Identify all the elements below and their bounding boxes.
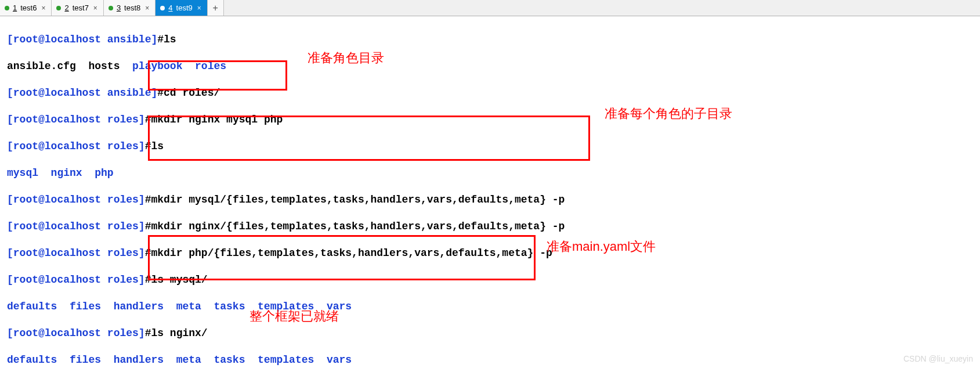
tab-4[interactable]: 4 test9 × (156, 0, 207, 16)
command: ls mysql/ (151, 274, 207, 286)
close-icon[interactable]: × (40, 4, 46, 12)
tab-3[interactable]: 3 test8 × (104, 0, 156, 16)
tab-label: test7 (73, 3, 89, 12)
status-dot-icon (109, 6, 113, 10)
close-icon[interactable]: × (92, 4, 99, 12)
command: mkdir php/{files,templates,tasks,handler… (151, 247, 552, 259)
output-dirs: mysql nginx php (7, 167, 114, 179)
status-dot-icon (160, 6, 165, 10)
tab-label: test6 (20, 3, 37, 12)
hash: # (157, 34, 164, 45)
plus-icon: + (213, 3, 218, 13)
new-tab-button[interactable]: + (208, 0, 224, 16)
close-icon[interactable]: × (196, 4, 202, 12)
command: mkdir nginx/{files,templates,tasks,handl… (151, 221, 565, 232)
hash: # (145, 114, 151, 125)
prompt: [root@localhost ansible] (7, 87, 157, 99)
command: ls nginx/ (151, 327, 207, 339)
hash: # (145, 221, 151, 232)
prompt: [root@localhost roles] (7, 114, 145, 125)
hash: # (145, 194, 151, 205)
hash: # (145, 327, 151, 339)
close-icon[interactable]: × (144, 4, 150, 12)
command: mkdir nginx mysql php (151, 114, 283, 125)
watermark: CSDN @liu_xueyin (903, 354, 973, 363)
annotation-1: 准备角色目录 (308, 51, 384, 64)
tab-1[interactable]: 1 test6 × (0, 0, 52, 16)
hash: # (145, 274, 151, 286)
annotation-3: 准备main.yaml文件 (547, 240, 656, 253)
status-dot-icon (56, 6, 61, 10)
command: mkdir mysql/{files,templates,tasks,handl… (151, 194, 565, 205)
tab-2[interactable]: 2 test7 × (52, 0, 103, 16)
status-dot-icon (5, 6, 9, 10)
annotation-4: 整个框架已就绪 (249, 309, 339, 323)
hash: # (145, 140, 151, 152)
tab-bar: 1 test6 × 2 test7 × 3 test8 × 4 test9 × … (0, 0, 980, 16)
prompt: [root@localhost ansible] (7, 34, 157, 45)
tab-num: 1 (13, 3, 17, 12)
prompt: [root@localhost roles] (7, 274, 145, 286)
prompt: [root@localhost roles] (7, 194, 145, 205)
prompt: [root@localhost roles] (7, 221, 145, 232)
tab-label: test8 (124, 3, 140, 12)
hash: # (145, 247, 151, 259)
hash: # (157, 87, 164, 99)
command: ls (164, 34, 176, 45)
output-text: ansible.cfg hosts (7, 60, 132, 72)
prompt: [root@localhost roles] (7, 247, 145, 259)
tab-num: 2 (64, 3, 68, 12)
command: ls (151, 140, 164, 152)
annotation-2: 准备每个角色的子目录 (605, 107, 732, 120)
output-dirs: playbook roles (132, 60, 226, 72)
tab-num: 3 (117, 3, 121, 12)
prompt: [root@localhost roles] (7, 327, 145, 339)
tab-num: 4 (168, 3, 172, 12)
prompt: [root@localhost roles] (7, 140, 145, 152)
output-dirs: defaults files handlers meta tasks templ… (7, 354, 352, 366)
command: cd roles/ (164, 87, 220, 99)
terminal-output[interactable]: [root@localhost ansible]#ls ansible.cfg … (0, 16, 980, 368)
tab-label: test9 (176, 3, 193, 12)
